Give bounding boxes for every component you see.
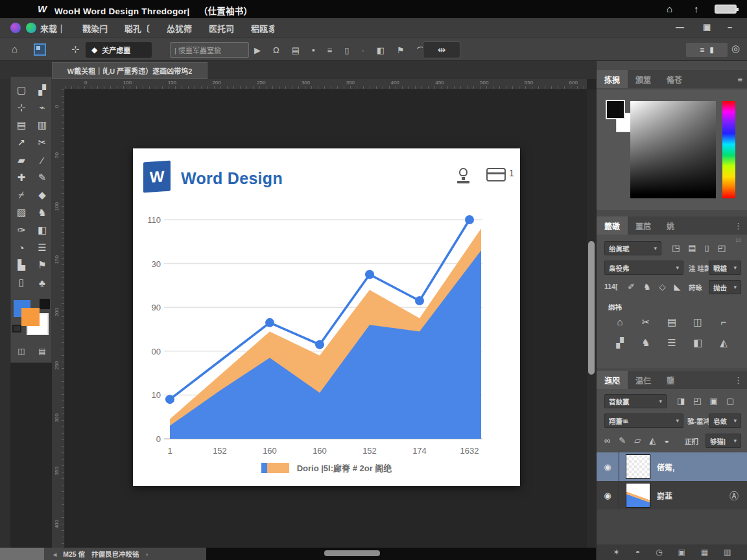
layers-lock-select[interactable]: 够猫|▾ (706, 434, 741, 448)
layer-style-icon[interactable]: ◓ (635, 548, 640, 557)
diamond-icon[interactable]: ◇ (659, 282, 666, 292)
link-layers-icon[interactable]: ✶ (613, 548, 620, 557)
close-icon[interactable]: – (728, 22, 732, 32)
warp-arc-icon[interactable]: ⌂ (617, 316, 622, 328)
panel-tab[interactable]: 壟 (659, 371, 682, 389)
align-rows-icon[interactable]: ≡ (327, 45, 333, 55)
flag-icon[interactable]: ⚑ (397, 45, 405, 55)
warp-wave-icon[interactable]: ▤ (667, 316, 676, 328)
panel-tab[interactable]: 拣挸 (597, 70, 628, 88)
home-icon[interactable]: ⌂ (667, 3, 672, 14)
secondary-color-swatch[interactable] (40, 299, 50, 309)
delete-layer-icon[interactable]: ▥ (724, 548, 731, 557)
layer-row-selected[interactable]: ◉ 偖觜, (597, 452, 747, 481)
panel-tab[interactable]: 噩苊 (628, 216, 659, 235)
dodge-tool[interactable]: ◆ (38, 187, 46, 203)
notes-tool[interactable]: ▙ (18, 257, 25, 273)
transform-button[interactable]: ⇹ (423, 41, 460, 58)
pen-tool[interactable]: ▨ (17, 205, 26, 220)
upload-icon[interactable]: ↑ (694, 3, 699, 14)
link-icon[interactable]: ∞ (604, 436, 610, 445)
document-tab[interactable]: W戴关租｜癿U 严噩秀违）逐画凶带坞2 (52, 62, 208, 79)
foreground-swatch[interactable] (606, 100, 625, 119)
panel-tab[interactable]: 偹苍 (659, 70, 690, 88)
warp-bulge-icon[interactable]: ▞ (616, 337, 624, 349)
divider-dot-icon[interactable]: · (361, 45, 364, 55)
layers-opacity-select[interactable]: 翔簷ㅄ▾ (604, 414, 683, 428)
spot-heal-tool[interactable]: ↗ (18, 135, 26, 150)
grid-icon[interactable]: ◰ (693, 396, 701, 406)
marquee-tool[interactable]: ▢ (17, 82, 26, 98)
search-circle-icon[interactable]: ◎ (731, 43, 740, 54)
panel-menu-icon[interactable]: ⋮ (734, 375, 742, 385)
brush-tool[interactable]: ✂ (38, 135, 47, 150)
shape-icon[interactable]: ▱ (634, 436, 641, 445)
menu-item[interactable]: 聪孔〔 (124, 22, 150, 34)
menu-item[interactable]: 怂犹筛 (167, 22, 192, 34)
blend-icon[interactable]: ◨ (677, 396, 685, 406)
history-brush-tool[interactable]: ∕ (42, 152, 43, 168)
distribute-icon[interactable]: ▯ (344, 45, 349, 55)
color-swatch-widget[interactable] (11, 298, 53, 343)
canvas-area[interactable]: W Word Design 1 010009030110115216016015… (65, 89, 587, 548)
vertical-scrollbar-thumb[interactable] (588, 241, 595, 375)
menu-item[interactable]: 医托司 (209, 22, 234, 34)
panel-tab[interactable]: 温仨 (628, 371, 659, 389)
layers-blend-select[interactable]: 苕觖籯▾ (604, 394, 667, 408)
pen-icon[interactable]: ✐ (628, 282, 635, 292)
wedge-icon[interactable]: ◣ (674, 282, 681, 292)
adjust-action-select[interactable]: 抛击▾ (709, 280, 741, 294)
path-select-tool[interactable]: ✑ (18, 222, 26, 238)
pen-icon[interactable]: ✎ (619, 436, 626, 445)
gradient-tool[interactable]: ✎ (38, 170, 47, 185)
accent-color-swatch[interactable] (21, 308, 40, 326)
adjust-preset-select[interactable]: 绐眞珷▾ (604, 241, 661, 255)
frame-tool[interactable]: ▤ (17, 117, 26, 133)
folder-icon[interactable]: ◰ (718, 243, 726, 253)
warp-squeeze-icon[interactable]: ☰ (667, 337, 676, 349)
page-icon[interactable]: ▤ (688, 243, 696, 253)
fill-icon[interactable]: ▣ (710, 396, 718, 406)
hue-slider[interactable] (722, 101, 735, 198)
search-input[interactable] (170, 42, 249, 58)
zoom-level[interactable]: M25 倌 (63, 549, 85, 559)
new-group-icon[interactable]: ▦ (701, 548, 708, 557)
layer-mask-icon[interactable]: ▣ (678, 548, 685, 557)
warp-fish-icon[interactable]: ◫ (693, 316, 702, 328)
menu-item[interactable]: 来载｜ (40, 22, 65, 34)
restore-icon[interactable]: ▣ (703, 22, 711, 32)
stroke-icon[interactable]: ▢ (726, 396, 734, 406)
layer-row[interactable]: ◉ 崶韮 Ⓐ (597, 481, 747, 509)
back-arrow-icon[interactable]: ◂ (53, 550, 56, 558)
panel-menu-icon[interactable]: ≡ (737, 75, 742, 84)
screen-tool[interactable]: ▯ (19, 275, 24, 290)
default-colors-icon[interactable] (12, 325, 21, 332)
visibility-eye-icon[interactable]: ◉ (597, 491, 619, 500)
adjustment-icon[interactable]: ◷ (656, 548, 662, 557)
traffic-dot-1[interactable] (10, 23, 21, 33)
knight-icon[interactable]: ♞ (643, 282, 651, 292)
hand-tool[interactable]: ◔ (18, 240, 24, 255)
stamp-icon[interactable]: ◳ (672, 243, 680, 253)
minimize-icon[interactable]: — (676, 22, 684, 32)
warp-twist-icon[interactable]: ◧ (693, 337, 702, 349)
zoom-tool[interactable]: ☰ (38, 240, 46, 255)
half-circle-icon[interactable]: ◒ (664, 436, 669, 445)
shield-button[interactable]: ◆ 关产虑噩 (86, 42, 152, 58)
dot-icon[interactable]: ▪ (312, 45, 315, 55)
vertical-scrollbar[interactable] (587, 89, 596, 548)
warp-grid-icon[interactable]: ▤ (292, 45, 300, 55)
warp-shell-icon[interactable]: ♞ (641, 337, 650, 349)
eraser-tool[interactable]: ✚ (18, 170, 26, 185)
type-tool[interactable]: ♞ (38, 205, 46, 220)
stamp-tool[interactable]: ▰ (18, 152, 25, 168)
adjust-mode-select[interactable]: 枭役弗▾ (604, 261, 683, 275)
warp-rise-icon[interactable]: ⌐ (721, 316, 727, 328)
panel-tab[interactable]: 姚 (659, 216, 682, 235)
menu-item[interactable]: 戳染闩 (82, 22, 108, 34)
panel-tab[interactable]: 籖礅 (597, 216, 628, 235)
home-nav-icon[interactable]: ⌂ (12, 43, 18, 54)
move-tool-icon[interactable]: ⊹ (71, 43, 80, 55)
warp-inflate-icon[interactable]: ◭ (720, 337, 728, 349)
workspace-icon[interactable] (34, 43, 46, 56)
